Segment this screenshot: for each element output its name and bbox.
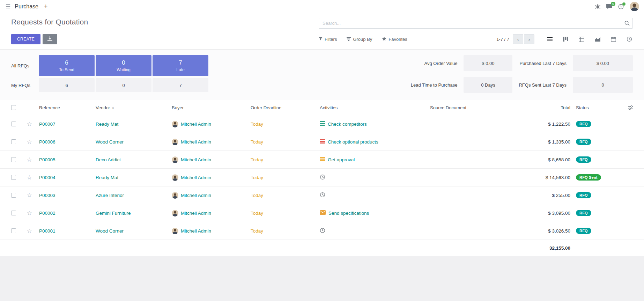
messages-icon[interactable]: 5 [606, 4, 612, 9]
create-button[interactable]: CREATE [11, 34, 40, 44]
buyer-link[interactable]: Mitchell Admin [181, 139, 211, 145]
my-stat-to-send[interactable]: 6 [39, 78, 95, 92]
search-icon[interactable] [624, 21, 630, 27]
row-checkbox[interactable] [11, 211, 16, 215]
row-checkbox[interactable] [11, 139, 16, 144]
metric-value-lead-time-to-purchase[interactable]: 0 Days [464, 77, 512, 93]
vendor-link[interactable]: Deco Addict [94, 157, 170, 162]
optional-columns-toggle[interactable] [615, 105, 644, 110]
vendor-link[interactable]: Ready Mat [94, 122, 170, 127]
kanban-view-button[interactable] [562, 36, 569, 42]
activities-icon[interactable] [618, 4, 624, 9]
activity-cell[interactable] [318, 228, 428, 234]
column-header-order-deadline[interactable]: Order Deadline [249, 105, 318, 110]
reference-link[interactable]: P00005 [37, 157, 94, 162]
activity-cell[interactable] [318, 192, 428, 199]
pivot-view-button[interactable] [578, 36, 585, 43]
pager-next-button[interactable]: › [524, 34, 534, 44]
metric-value-avg-order-value[interactable]: $ 0.00 [464, 55, 512, 71]
pager-previous-button[interactable]: ‹ [513, 34, 523, 44]
search-input[interactable] [319, 18, 633, 29]
debug-bug-icon[interactable] [595, 4, 600, 9]
table-row[interactable]: ☆ P00003 Azure Interior Mitchell Admin T… [0, 186, 644, 204]
buyer-avatar [172, 121, 178, 127]
row-checkbox[interactable] [11, 175, 16, 180]
purchase-metrics: Avg Order Value $ 0.00 Purchased Last 7 … [411, 55, 633, 93]
table-row[interactable]: ☆ P00005 Deco Addict Mitchell Admin Toda… [0, 151, 644, 169]
column-header-buyer[interactable]: Buyer [170, 105, 249, 110]
table-row[interactable]: ☆ P00004 Ready Mat Mitchell Admin Today … [0, 169, 644, 186]
metric-label-lead-time-to-purchase: Lead Time to Purchase [411, 82, 458, 88]
activity-cell[interactable]: Check competitors [318, 121, 428, 127]
reference-link[interactable]: P00007 [37, 122, 94, 127]
reference-link[interactable]: P00003 [37, 193, 94, 198]
status-badge: RFQ [576, 210, 591, 216]
stat-late[interactable]: 7 Late [153, 55, 208, 76]
reference-link[interactable]: P00004 [37, 175, 94, 180]
status-badge: RFQ [576, 121, 591, 127]
table-row[interactable]: ☆ P00002 Gemini Furniture Mitchell Admin… [0, 204, 644, 222]
apps-menu-icon[interactable]: ☰ [6, 3, 10, 10]
column-header-vendor[interactable]: Vendor▾ [94, 105, 170, 110]
stat-waiting[interactable]: 0 Waiting [96, 55, 151, 76]
reference-link[interactable]: P00006 [37, 139, 94, 145]
buyer-link[interactable]: Mitchell Admin [181, 122, 211, 127]
activity-view-button[interactable] [626, 36, 633, 43]
column-header-activities[interactable]: Activities [318, 105, 428, 110]
activity-cell[interactable]: Check optional products [318, 139, 428, 145]
vendor-link[interactable]: Wood Corner [94, 228, 170, 234]
select-all-checkbox[interactable] [11, 105, 16, 110]
favorite-star-icon[interactable]: ☆ [27, 192, 32, 198]
my-stat-late[interactable]: 7 [153, 78, 208, 92]
stat-label: Waiting [117, 67, 131, 72]
reference-link[interactable]: P00002 [37, 211, 94, 216]
favorite-star-icon[interactable]: ☆ [27, 228, 32, 234]
table-row[interactable]: ☆ P00006 Wood Corner Mitchell Admin Toda… [0, 133, 644, 151]
favorite-star-icon[interactable]: ☆ [27, 157, 32, 163]
activity-cell[interactable]: Get approval [318, 157, 428, 162]
my-rfqs-filter[interactable]: My RFQs [11, 83, 38, 88]
favorite-star-icon[interactable]: ☆ [27, 139, 32, 145]
vendor-link[interactable]: Gemini Furniture [94, 211, 170, 216]
plus-icon[interactable]: + [44, 3, 48, 10]
metric-value-rfqs-sent-last-7-days[interactable]: 0 [573, 77, 633, 93]
row-checkbox[interactable] [11, 193, 16, 198]
reference-link[interactable]: P00001 [37, 228, 94, 234]
row-checkbox[interactable] [11, 228, 16, 233]
column-header-total[interactable]: Total [521, 105, 574, 110]
favorites-button[interactable]: Favorites [382, 37, 407, 42]
column-header-status[interactable]: Status [574, 105, 615, 110]
buyer-link[interactable]: Mitchell Admin [181, 175, 211, 180]
buyer-link[interactable]: Mitchell Admin [181, 228, 211, 234]
favorite-star-icon[interactable]: ☆ [27, 121, 32, 127]
vendor-link[interactable]: Ready Mat [94, 175, 170, 180]
calendar-view-button[interactable] [610, 36, 617, 43]
list-view-button[interactable] [546, 36, 553, 42]
activity-cell[interactable]: Send specifications [318, 210, 428, 216]
buyer-link[interactable]: Mitchell Admin [181, 193, 211, 198]
stat-to-send[interactable]: 6 To Send [39, 55, 95, 76]
filters-button[interactable]: Filters [319, 37, 337, 42]
graph-view-button[interactable] [594, 36, 601, 42]
row-checkbox[interactable] [11, 122, 16, 126]
table-row[interactable]: ☆ P00007 Ready Mat Mitchell Admin Today … [0, 115, 644, 133]
app-name[interactable]: Purchase [15, 3, 38, 10]
column-header-source-document[interactable]: Source Document [428, 105, 521, 110]
vendor-link[interactable]: Azure Interior [94, 193, 170, 198]
export-button[interactable] [43, 34, 57, 44]
buyer-link[interactable]: Mitchell Admin [181, 211, 211, 216]
table-row[interactable]: ☆ P00001 Wood Corner Mitchell Admin Toda… [0, 222, 644, 240]
my-stat-waiting[interactable]: 0 [96, 78, 151, 92]
all-rfqs-filter[interactable]: All RFQs [11, 63, 38, 68]
activity-cell[interactable] [318, 174, 428, 181]
vendor-link[interactable]: Wood Corner [94, 139, 170, 145]
buyer-link[interactable]: Mitchell Admin [181, 157, 211, 162]
row-checkbox[interactable] [11, 157, 16, 162]
favorite-star-icon[interactable]: ☆ [27, 175, 32, 181]
order-deadline: Today [249, 193, 318, 198]
user-avatar[interactable] [630, 2, 639, 11]
group-by-button[interactable]: Group By [347, 37, 372, 42]
column-header-reference[interactable]: Reference [37, 105, 94, 110]
favorite-star-icon[interactable]: ☆ [27, 210, 32, 216]
metric-value-purchased-last-7-days[interactable]: $ 0.00 [573, 55, 633, 71]
